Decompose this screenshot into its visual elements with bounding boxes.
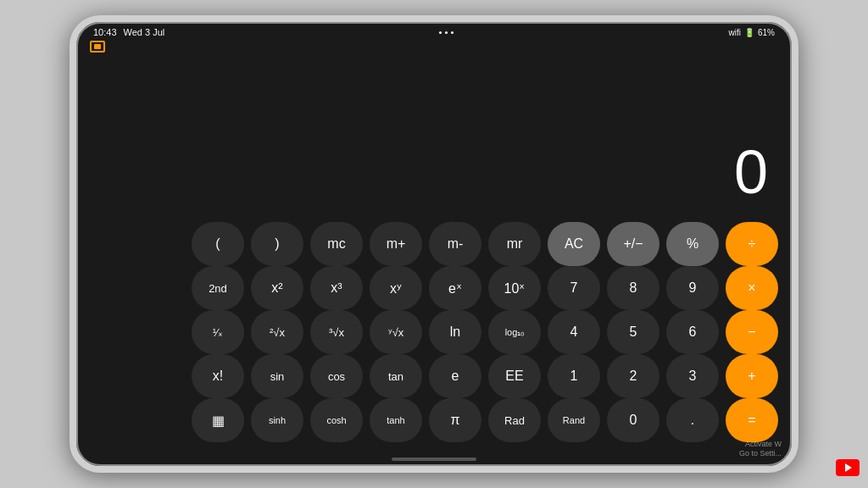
btn-log[interactable]: log₁₀	[488, 310, 541, 354]
btn-tan[interactable]: tan	[370, 354, 422, 398]
btn-cosh[interactable]: cosh	[310, 398, 363, 442]
btn-Rad[interactable]: Rad	[488, 398, 541, 442]
btn-[interactable]: (	[192, 222, 244, 266]
battery-icon: 🔋	[744, 28, 754, 37]
btn-6[interactable]: 6	[666, 310, 719, 354]
youtube-badge	[836, 459, 860, 476]
btn-8[interactable]: 8	[607, 266, 659, 310]
btn-sinh[interactable]: sinh	[251, 398, 303, 442]
btn-[interactable]: +/−	[607, 222, 659, 266]
btn-[interactable]: )	[251, 222, 303, 266]
btn-2nd[interactable]: 2nd	[192, 266, 244, 310]
btn-m[interactable]: m-	[429, 222, 481, 266]
status-bar: 10:43 Wed 3 Jul wifi 🔋 61%	[76, 22, 792, 39]
date: Wed 3 Jul	[124, 27, 165, 37]
btn-row-3: x!sincostaneEE123+	[90, 354, 778, 398]
btn-Rand[interactable]: Rand	[548, 398, 600, 442]
btn-[interactable]: %	[666, 222, 719, 266]
btn-x[interactable]: x!	[192, 354, 244, 398]
multitask-icon[interactable]	[90, 41, 105, 53]
time: 10:43	[93, 27, 117, 37]
btn-[interactable]: .	[666, 398, 719, 442]
yt-play-icon	[845, 463, 852, 472]
calculator-display: 0	[76, 53, 792, 215]
wifi-icon: wifi	[729, 28, 741, 37]
windows-watermark: Activate W Go to Setti...	[739, 440, 782, 459]
btn-3[interactable]: 3	[666, 354, 719, 398]
btn-sin[interactable]: sin	[251, 354, 303, 398]
btn-m[interactable]: m+	[370, 222, 422, 266]
btn-[interactable]: ▦	[192, 398, 244, 442]
btn-cos[interactable]: cos	[310, 354, 363, 398]
btn-row-0: ()mcm+m-mrAC+/−%÷	[90, 222, 778, 266]
btn-[interactable]: =	[726, 398, 778, 442]
btn-row-2: ¹⁄ₓ²√x³√xʸ√xlnlog₁₀456−	[90, 310, 778, 354]
btn-e[interactable]: e	[429, 354, 481, 398]
btn-ln[interactable]: ln	[429, 310, 481, 354]
btn-[interactable]: ÷	[726, 222, 778, 266]
btn-9[interactable]: 9	[666, 266, 719, 310]
btn-[interactable]: −	[726, 310, 778, 354]
btn-1[interactable]: 1	[548, 354, 600, 398]
btn-10[interactable]: 10ˣ	[488, 266, 541, 310]
btn-x[interactable]: x³	[310, 266, 363, 310]
btn-x[interactable]: ²√x	[251, 310, 303, 354]
calculator-body: ()mcm+m-mrAC+/−%÷2ndx²x³xʸeˣ10ˣ789×¹⁄ₓ²√…	[76, 215, 792, 458]
btn-e[interactable]: eˣ	[429, 266, 481, 310]
btn-7[interactable]: 7	[548, 266, 600, 310]
btn-[interactable]: +	[726, 354, 778, 398]
btn-x[interactable]: xʸ	[370, 266, 422, 310]
display-number: 0	[734, 137, 766, 207]
btn-row-4: ▦sinhcoshtanhπRadRand0.=	[90, 398, 778, 442]
btn-tanh[interactable]: tanh	[370, 398, 422, 442]
btn-5[interactable]: 5	[607, 310, 659, 354]
home-bar[interactable]	[392, 458, 476, 461]
btn-0[interactable]: 0	[607, 398, 659, 442]
btn-row-1: 2ndx²x³xʸeˣ10ˣ789×	[90, 266, 778, 310]
btn-EE[interactable]: EE	[488, 354, 541, 398]
btn-2[interactable]: 2	[607, 354, 659, 398]
btn-AC[interactable]: AC	[548, 222, 600, 266]
btn-mr[interactable]: mr	[488, 222, 541, 266]
btn-[interactable]: π	[429, 398, 481, 442]
battery-pct: 61%	[758, 28, 775, 37]
btn-x[interactable]: ³√x	[310, 310, 363, 354]
btn-[interactable]: ×	[726, 266, 778, 310]
btn-mc[interactable]: mc	[310, 222, 363, 266]
btn-x[interactable]: x²	[251, 266, 303, 310]
tablet-frame: 10:43 Wed 3 Jul wifi 🔋 61% 0 ()mcm+m-m	[70, 15, 798, 473]
btn-4[interactable]: 4	[548, 310, 600, 354]
btn-x[interactable]: ʸ√x	[370, 310, 422, 354]
btn-[interactable]: ¹⁄ₓ	[192, 310, 244, 354]
